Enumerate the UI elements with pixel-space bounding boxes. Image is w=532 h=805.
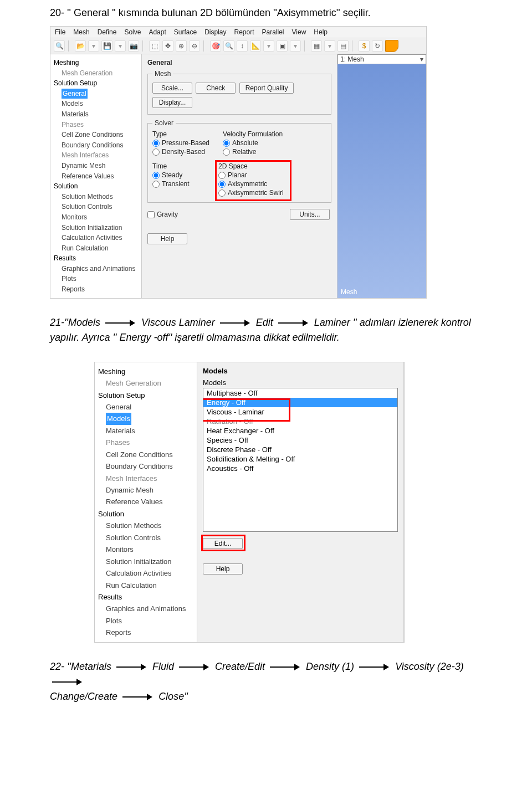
tree-run-calc[interactable]: Run Calculation [98, 580, 193, 591]
tree-solution-controls[interactable]: Solution Controls [54, 202, 138, 212]
list-item[interactable]: Multiphase - Off [203, 388, 397, 398]
tree-meshing[interactable]: Meshing [98, 366, 193, 377]
tree-plots[interactable]: Plots [54, 274, 138, 284]
save-icon[interactable]: 💾 [101, 40, 112, 52]
tree-solution-setup[interactable]: Solution Setup [54, 78, 138, 89]
dropdown-icon[interactable]: ▾ [290, 40, 301, 52]
tree-mesh-interfaces[interactable]: Mesh Interfaces [98, 473, 193, 484]
help-button[interactable]: Help [203, 563, 243, 575]
check-button[interactable]: Check [196, 83, 236, 94]
ruler-icon[interactable]: 📐 [250, 40, 261, 52]
menu-surface[interactable]: Surface [174, 28, 197, 36]
filter-icon[interactable]: ▤ [337, 40, 349, 52]
tree-materials[interactable]: Materials [54, 109, 138, 120]
models-listbox[interactable]: Multiphase - Off Energy - Off Viscous - … [203, 388, 398, 532]
list-item[interactable]: Radiation - Off [203, 417, 397, 426]
tree-reports[interactable]: Reports [98, 627, 193, 638]
list-item[interactable]: Energy - Off [203, 398, 397, 407]
menu-display[interactable]: Display [204, 28, 226, 36]
menu-solve[interactable]: Solve [124, 28, 141, 36]
refresh-icon[interactable]: ↻ [372, 40, 383, 52]
tree-models[interactable]: Models [106, 413, 131, 424]
pressure-based-radio[interactable]: Pressure-Based [152, 139, 209, 147]
menu-view[interactable]: View [292, 28, 306, 36]
tree-results[interactable]: Results [98, 591, 193, 603]
zoom-icon[interactable]: 🔍 [223, 40, 234, 52]
tree-dynamic-mesh[interactable]: Dynamic Mesh [54, 161, 138, 171]
tree-reference-values[interactable]: Reference Values [54, 171, 138, 182]
tree-solution-init[interactable]: Solution Initialization [54, 223, 138, 233]
tree-phases[interactable]: Phases [54, 120, 138, 130]
tree-run-calc[interactable]: Run Calculation [54, 243, 138, 254]
scale-button[interactable]: Scale... [152, 83, 192, 94]
search-icon[interactable]: 🔍 [54, 40, 65, 52]
list-item[interactable]: Discrete Phase - Off [203, 445, 397, 454]
zoom-in-icon[interactable]: ⊕ [176, 40, 187, 52]
menu-file[interactable]: File [55, 28, 65, 36]
tree-general[interactable]: General [98, 401, 193, 413]
menu-adapt[interactable]: Adapt [149, 28, 166, 36]
tree-boundary[interactable]: Boundary Conditions [54, 140, 138, 151]
box-icon[interactable]: ▣ [277, 40, 288, 52]
tree-solution-methods[interactable]: Solution Methods [98, 520, 193, 531]
list-item[interactable]: Solidification & Melting - Off [203, 454, 397, 464]
list-item[interactable]: Viscous - Laminar [203, 407, 397, 417]
report-quality-button[interactable]: Report Quality [239, 83, 294, 94]
list-item[interactable]: Acoustics - Off [203, 464, 397, 473]
menu-parallel[interactable]: Parallel [262, 28, 284, 36]
gravity-checkbox[interactable]: Gravity [147, 211, 178, 218]
relative-radio[interactable]: Relative [223, 148, 283, 156]
tree-graphics[interactable]: Graphics and Animations [98, 603, 193, 614]
tree-monitors[interactable]: Monitors [98, 543, 193, 555]
tree-cell-zone[interactable]: Cell Zone Conditions [54, 130, 138, 140]
tree-reports[interactable]: Reports [54, 284, 138, 295]
tree-models[interactable]: Models [54, 99, 138, 109]
select-icon[interactable]: ⬚ [149, 40, 160, 52]
zoom-out-icon[interactable]: ⊖ [189, 40, 200, 52]
dropdown-icon[interactable]: ▾ [115, 40, 126, 52]
shade-icon[interactable]: ▦ [311, 40, 322, 52]
edit-button[interactable]: Edit... [203, 538, 243, 549]
probe-icon[interactable]: 🎯 [210, 40, 221, 52]
help-button[interactable]: Help [147, 233, 187, 244]
tree-dynamic-mesh[interactable]: Dynamic Mesh [98, 484, 193, 496]
display-button[interactable]: Display... [152, 97, 192, 108]
gear-icon[interactable]: $ [359, 40, 370, 52]
density-based-radio[interactable]: Density-Based [152, 148, 209, 156]
tree-boundary[interactable]: Boundary Conditions [98, 460, 193, 472]
tree-monitors[interactable]: Monitors [54, 212, 138, 223]
axisymmetric-radio[interactable]: Axisymmetric [218, 180, 284, 188]
axisymmetric-swirl-radio[interactable]: Axisymmetric Swirl [218, 189, 284, 197]
move-icon[interactable]: ✥ [162, 40, 173, 52]
menu-help[interactable]: Help [314, 28, 328, 36]
tree-reference-values[interactable]: Reference Values [98, 496, 193, 507]
tree-mesh-interfaces[interactable]: Mesh Interfaces [54, 150, 138, 161]
tree-solution-init[interactable]: Solution Initialization [98, 556, 193, 567]
open-icon[interactable]: 📂 [75, 40, 86, 52]
camera-icon[interactable]: 📷 [128, 40, 139, 52]
steady-radio[interactable]: Steady [152, 171, 205, 179]
tree-calc-activities[interactable]: Calculation Activities [54, 233, 138, 243]
tree-mesh-generation[interactable]: Mesh Generation [54, 68, 138, 79]
absolute-radio[interactable]: Absolute [223, 139, 283, 147]
transient-radio[interactable]: Transient [152, 180, 205, 188]
dropdown-icon[interactable]: ▾ [324, 40, 335, 52]
tree-phases[interactable]: Phases [98, 437, 193, 448]
menu-mesh[interactable]: Mesh [73, 28, 89, 36]
pan-icon[interactable]: ↕ [237, 40, 248, 52]
tree-cell-zone[interactable]: Cell Zone Conditions [98, 449, 193, 460]
menu-report[interactable]: Report [234, 28, 254, 36]
planar-radio[interactable]: Planar [218, 171, 284, 179]
dropdown-icon[interactable]: ▾ [263, 40, 274, 52]
tree-solution-setup[interactable]: Solution Setup [98, 389, 193, 401]
tree-mesh-generation[interactable]: Mesh Generation [98, 377, 193, 389]
tree-solution[interactable]: Solution [54, 181, 138, 192]
tree-general[interactable]: General [62, 89, 88, 99]
graphics-viewport[interactable]: 1: Mesh ▾ Mesh [337, 54, 426, 298]
units-button[interactable]: Units... [290, 209, 330, 220]
viewport-dropdown[interactable]: 1: Mesh ▾ [337, 54, 426, 64]
tree-solution-controls[interactable]: Solution Controls [98, 532, 193, 543]
list-item[interactable]: Species - Off [203, 435, 397, 445]
tree-calc-activities[interactable]: Calculation Activities [98, 567, 193, 579]
list-item[interactable]: Heat Exchanger - Off [203, 426, 397, 435]
